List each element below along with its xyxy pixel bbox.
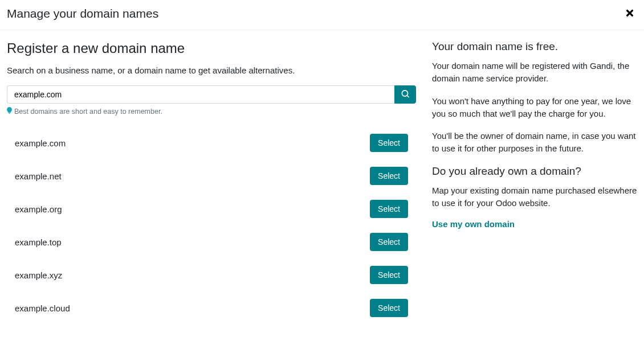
domain-result-name: example.cloud: [15, 303, 70, 313]
own-domain-paragraph: Map your existing domain name purchased …: [432, 184, 637, 209]
modal-title: Manage your domain names: [7, 7, 158, 20]
domain-result-name: example.org: [15, 204, 62, 214]
search-hint-text: Best domains are short and easy to remem…: [14, 108, 162, 116]
info-paragraph: You won't have anything to pay for one y…: [432, 95, 637, 120]
domain-result-name: example.net: [15, 171, 62, 181]
info-paragraph: You'll be the owner of domain name, in c…: [432, 130, 637, 155]
modal-header: Manage your domain names: [0, 0, 644, 30]
select-button[interactable]: Select: [370, 233, 408, 251]
info-panel: Your domain name is free. Your domain na…: [432, 40, 637, 324]
domain-result-row: example.org Select: [7, 192, 416, 225]
close-button[interactable]: [622, 6, 637, 22]
close-icon: [625, 11, 635, 20]
domain-results-list: example.com Select example.net Select ex…: [7, 126, 416, 324]
select-button[interactable]: Select: [370, 299, 408, 317]
register-panel: Register a new domain name Search on a b…: [7, 40, 432, 324]
use-own-domain-link[interactable]: Use my own domain: [432, 219, 515, 229]
domain-result-name: example.xyz: [15, 270, 62, 280]
free-heading: Your domain name is free.: [432, 40, 637, 53]
select-button[interactable]: Select: [370, 134, 408, 152]
search-group: [7, 85, 416, 104]
domain-result-row: example.com Select: [7, 126, 416, 159]
domain-result-row: example.top Select: [7, 225, 416, 258]
search-hint: Best domains are short and easy to remem…: [7, 107, 416, 116]
domain-result-row: example.xyz Select: [7, 258, 416, 291]
register-subheading: Search on a business name, or a domain n…: [7, 65, 416, 75]
register-heading: Register a new domain name: [7, 40, 416, 56]
domain-result-name: example.top: [15, 237, 62, 247]
domain-result-row: example.net Select: [7, 159, 416, 192]
select-button[interactable]: Select: [370, 167, 408, 185]
own-domain-heading: Do you already own a domain?: [432, 165, 637, 178]
domain-result-row: example.cloud Select: [7, 291, 416, 324]
modal-body: Register a new domain name Search on a b…: [0, 30, 644, 324]
select-button[interactable]: Select: [370, 266, 408, 284]
search-icon: [401, 90, 409, 100]
domain-result-name: example.com: [15, 138, 66, 148]
search-button[interactable]: [394, 85, 416, 104]
lightbulb-icon: [7, 107, 12, 116]
domain-search-input[interactable]: [7, 85, 394, 104]
select-button[interactable]: Select: [370, 200, 408, 218]
info-paragraph: Your domain name will be registered with…: [432, 60, 637, 85]
